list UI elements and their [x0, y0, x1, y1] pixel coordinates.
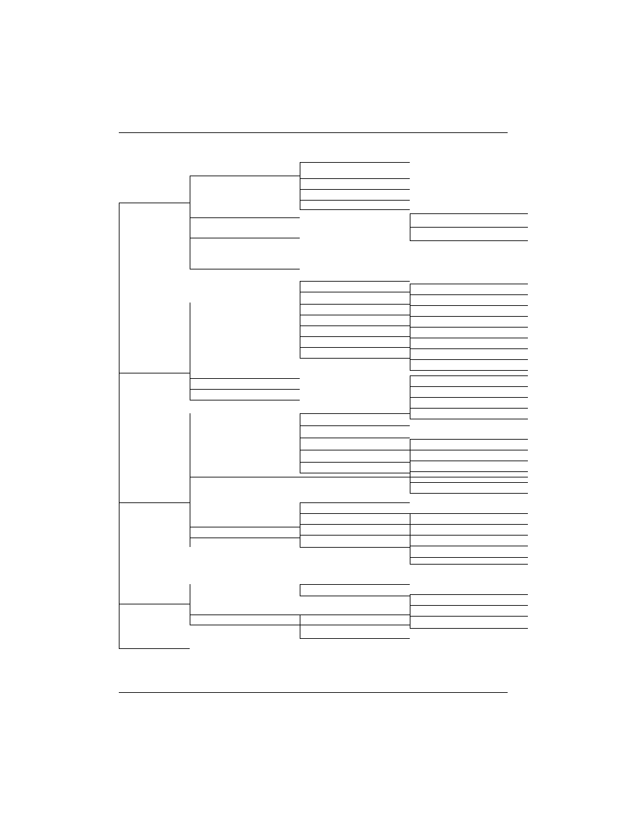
- c3-B-row: [300, 304, 410, 305]
- c2-row-A: [190, 238, 300, 238]
- c3-B-row: [300, 358, 410, 359]
- c4-A-row: [410, 213, 528, 214]
- c3-A-row: [300, 200, 410, 201]
- c3b-C-row: [300, 513, 410, 514]
- c3-C-row: [300, 473, 410, 473]
- root-tick: [119, 648, 190, 649]
- c4l-B-row: [410, 386, 528, 387]
- c3-B-row: [300, 315, 410, 315]
- c4u-B-row: [410, 370, 528, 371]
- c2-row-B: [190, 389, 300, 390]
- c4l-C-row: [410, 564, 528, 565]
- root-tick: [119, 203, 190, 203]
- c2-spine-D: [190, 584, 190, 625]
- c4u-B-row: [410, 338, 528, 338]
- c3b-C-row: [300, 502, 410, 503]
- c3-C-spine: [300, 413, 300, 473]
- c3-B-row: [300, 325, 410, 326]
- root-tick: [119, 373, 190, 373]
- c4l-B-row: [410, 408, 528, 409]
- c3-C-row: [300, 450, 410, 450]
- c4-D-row: [410, 628, 528, 629]
- c3-B-row: [300, 281, 410, 282]
- c3-C-row: [300, 438, 410, 438]
- bottom-rule: [119, 692, 508, 693]
- c3-C-row: [300, 413, 410, 414]
- c4u-C-row: [410, 450, 528, 450]
- c3b-C-row: [300, 524, 410, 525]
- c4u-B-row: [410, 359, 528, 360]
- c3-D-row: [300, 596, 410, 596]
- c4u-C-row: [410, 471, 528, 472]
- root-spine: [119, 203, 119, 648]
- c3-A-spine: [300, 162, 300, 209]
- c3-D-row: [300, 584, 410, 585]
- c2-row-C: [190, 527, 300, 527]
- c3-A-row: [300, 189, 410, 190]
- c4l-C-row: [410, 535, 528, 536]
- c3b-C-row: [300, 535, 410, 536]
- diagram-page: [0, 0, 644, 834]
- c2-spine-A: [190, 176, 190, 269]
- c4u-B-row: [410, 305, 528, 306]
- c4l-C-row: [410, 546, 528, 546]
- c4l-C-spine: [410, 513, 410, 564]
- c2-row-A: [190, 176, 300, 176]
- c3-A-row: [300, 162, 410, 163]
- c4-A-row: [410, 227, 528, 228]
- c4u-C-spine: [410, 439, 410, 493]
- top-rule: [119, 132, 508, 133]
- c4u-B-row: [410, 316, 528, 317]
- c4-D-row: [410, 594, 528, 595]
- c4u-B-row: [410, 284, 528, 284]
- c4u-C-row: [410, 461, 528, 461]
- c4u-C-row: [410, 482, 528, 483]
- c4u-B-row: [410, 294, 528, 295]
- c2-spine-B: [190, 303, 190, 400]
- c4l-C-row: [410, 524, 528, 525]
- c3tail-D-row: [300, 638, 410, 639]
- c4-D-row: [410, 616, 528, 617]
- c3-B-spine: [300, 281, 300, 358]
- c3b-C-row: [300, 547, 410, 548]
- c4l-B-row: [410, 419, 528, 419]
- c3-A-row: [300, 178, 410, 179]
- c4u-B-row: [410, 327, 528, 328]
- c2-row-B: [190, 400, 300, 400]
- c4-D-spine: [410, 594, 410, 628]
- root-tick: [119, 502, 190, 503]
- c4l-B-row: [410, 397, 528, 398]
- c2-long-C: [190, 477, 528, 477]
- c3b-C-spine: [300, 502, 300, 547]
- c2-row-A: [190, 269, 300, 269]
- c3-C-row: [300, 425, 410, 426]
- c4l-C-row: [410, 513, 528, 514]
- c4l-B-row: [410, 375, 528, 376]
- c3-C-row: [300, 462, 410, 463]
- c3-B-row: [300, 347, 410, 348]
- c3-D-spine: [300, 584, 300, 596]
- c4l-C-row: [410, 557, 528, 558]
- c2-row-C: [190, 538, 300, 538]
- c4-D-row: [410, 605, 528, 606]
- c4u-C-row: [410, 439, 528, 440]
- c4u-B-row: [410, 348, 528, 349]
- c3-B-row: [300, 292, 410, 292]
- root-tick: [119, 604, 190, 604]
- c4-A-row: [410, 240, 528, 241]
- c3-A-row: [300, 209, 410, 210]
- c2-row-B: [190, 378, 300, 379]
- c2-row-A: [190, 217, 300, 218]
- c3tail-D: [300, 615, 300, 638]
- c4u-C-row: [410, 493, 528, 494]
- c3-B-row: [300, 336, 410, 337]
